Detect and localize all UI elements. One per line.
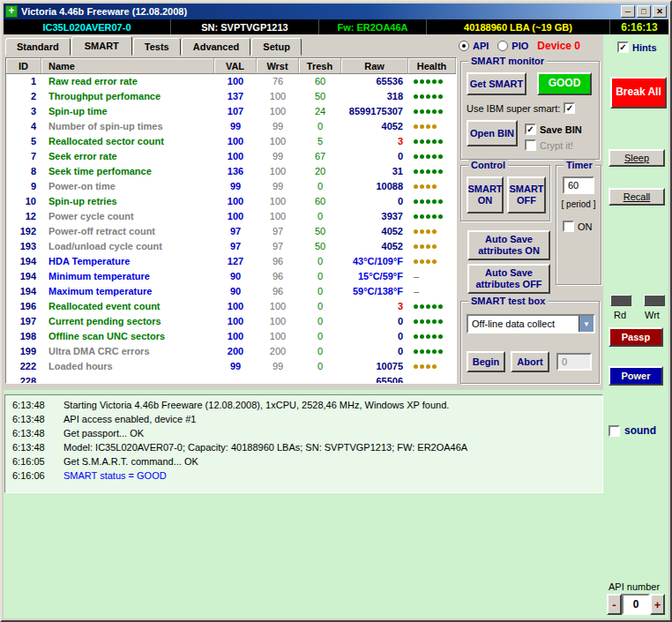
cell-raw: 4052 bbox=[341, 224, 408, 239]
log-area[interactable]: 6:13:48Starting Victoria 4.46b Freeware … bbox=[4, 394, 603, 493]
cell-id: 193 bbox=[6, 239, 41, 254]
passport-button[interactable]: Passp bbox=[609, 327, 663, 347]
health-dot-icon bbox=[420, 199, 424, 204]
table-row[interactable]: 2Throughput perfomance13710050318 bbox=[6, 89, 456, 104]
table-row[interactable]: 192Power-off retract count9797504052 bbox=[6, 224, 456, 239]
column-header-health[interactable]: Health bbox=[408, 58, 456, 73]
cell-val: 100 bbox=[214, 134, 257, 149]
health-dot-icon bbox=[420, 349, 424, 354]
table-row[interactable]: 198Offline scan UNC sectors10010000 bbox=[6, 329, 456, 344]
cell-nm: Offline scan UNC sectors bbox=[41, 329, 214, 344]
column-header-tresh[interactable]: Tresh bbox=[299, 58, 341, 73]
table-row[interactable]: 194HDA Temperature12796043°C/109°F bbox=[6, 254, 456, 269]
log-text: API access enabled, device #1 bbox=[63, 414, 196, 424]
cell-nm: Power cycle count bbox=[41, 209, 214, 224]
tab-standard[interactable]: Standard bbox=[5, 38, 71, 56]
cell-wrst: 99 bbox=[257, 149, 299, 164]
tab-smart[interactable]: SMART bbox=[71, 36, 132, 56]
open-bin-button[interactable]: Open BIN bbox=[467, 120, 518, 146]
column-header-raw[interactable]: Raw bbox=[341, 58, 408, 73]
health-dot-icon bbox=[420, 124, 424, 129]
table-row[interactable]: 194Minimum temperature9096015°C/59°F– bbox=[6, 269, 456, 284]
table-row[interactable]: 12Power cycle count10010003937 bbox=[6, 209, 456, 224]
smart-off-button[interactable]: SMART OFF bbox=[507, 176, 546, 214]
save-bin-checkbox[interactable]: ✓ Save BIN bbox=[525, 124, 582, 135]
cell-nm: HDA Temperature bbox=[41, 254, 214, 269]
read-indicator bbox=[610, 295, 631, 306]
tab-label: Setup bbox=[263, 41, 290, 52]
sound-checkbox[interactable]: sound bbox=[609, 424, 656, 437]
checkbox-checked-icon: ✓ bbox=[617, 41, 629, 53]
cell-health bbox=[408, 89, 456, 104]
column-header-val[interactable]: VAL bbox=[214, 58, 257, 73]
recall-button[interactable]: Recall bbox=[609, 188, 665, 206]
cell-val: 100 bbox=[214, 209, 257, 224]
ibm-super-smart-checkbox[interactable]: Use IBM super smart: ✓ bbox=[467, 102, 575, 114]
pio-radio[interactable]: PIO bbox=[497, 41, 528, 51]
health-dot-icon bbox=[432, 79, 437, 84]
health-dot-icon bbox=[414, 124, 418, 129]
cell-id: 10 bbox=[6, 194, 41, 209]
get-smart-button[interactable]: Get SMART bbox=[467, 72, 526, 95]
column-header-name[interactable]: Name bbox=[41, 58, 214, 73]
table-row[interactable]: 193Load/unload cycle count9797504052 bbox=[6, 239, 456, 254]
table-row[interactable]: 196Reallocated event count10010003 bbox=[6, 299, 456, 314]
cell-health bbox=[408, 359, 456, 374]
log-time: 6:13:48 bbox=[5, 400, 63, 410]
table-row[interactable]: 9Power-on time9999010088 bbox=[6, 179, 456, 194]
smart-test-select[interactable]: Off-line data collect ▼ bbox=[467, 314, 595, 333]
api-number-increase-button[interactable]: + bbox=[650, 594, 665, 615]
tab-advanced[interactable]: Advanced bbox=[182, 38, 251, 56]
abort-button[interactable]: Abort bbox=[511, 351, 549, 372]
table-row[interactable]: 5Reallocated sector count10010053 bbox=[6, 134, 456, 149]
smart-on-button[interactable]: SMART ON bbox=[467, 176, 504, 214]
close-icon[interactable]: ✕ bbox=[653, 5, 667, 18]
health-dot-icon bbox=[414, 259, 418, 264]
table-row[interactable]: 22865506 bbox=[6, 374, 456, 383]
health-dot-icon bbox=[420, 304, 424, 309]
column-header-id[interactable]: ID bbox=[6, 58, 41, 73]
timer-on-checkbox[interactable]: ON bbox=[563, 221, 593, 232]
begin-button[interactable]: Begin bbox=[467, 351, 505, 372]
log-time: 6:13:48 bbox=[5, 428, 63, 438]
chevron-down-icon[interactable]: ▼ bbox=[579, 316, 594, 332]
table-row[interactable]: 197Current pending sectors10010000 bbox=[6, 314, 456, 329]
table-row[interactable]: 7Seek error rate10099670 bbox=[6, 149, 456, 164]
power-button[interactable]: Power bbox=[609, 366, 663, 386]
table-row[interactable]: 222Loaded hours9999010075 bbox=[6, 359, 456, 374]
cell-id: 12 bbox=[6, 209, 41, 224]
tab-setup[interactable]: Setup bbox=[251, 38, 302, 56]
smart-status-button[interactable]: GOOD bbox=[537, 72, 592, 95]
table-row[interactable]: 4Number of spin-up times999904052 bbox=[6, 119, 456, 134]
table-row[interactable]: 3Spin-up time107100248599175307 bbox=[6, 104, 456, 119]
crypt-checkbox[interactable]: Crypt it! bbox=[525, 139, 573, 151]
health-dot-icon bbox=[438, 319, 443, 324]
health-dot-icon bbox=[432, 94, 437, 99]
sleep-button[interactable]: Sleep bbox=[609, 149, 665, 167]
cell-tresh: 0 bbox=[299, 119, 341, 134]
health-dot-icon bbox=[438, 94, 443, 99]
timer-period-input[interactable] bbox=[563, 176, 594, 194]
tab-tests[interactable]: Tests bbox=[133, 38, 181, 56]
table-row[interactable]: 194Maximum temperature9096059°C/138°F– bbox=[6, 284, 456, 299]
api-radio[interactable]: API bbox=[459, 41, 489, 51]
cell-val: 100 bbox=[214, 74, 257, 89]
table-row[interactable]: 10Spin-up retries100100600 bbox=[6, 194, 456, 209]
table-row[interactable]: 199Ultra DMA CRC errors20020000 bbox=[6, 344, 456, 359]
break-all-button[interactable]: Break All bbox=[610, 77, 667, 109]
table-row[interactable]: 1Raw read error rate100766065536 bbox=[6, 74, 456, 89]
hints-checkbox[interactable]: ✓ Hints bbox=[617, 41, 657, 53]
table-row[interactable]: 8Seek time perfomance1361002031 bbox=[6, 164, 456, 179]
api-number-decrease-button[interactable]: - bbox=[607, 594, 622, 615]
window-controls: ─ □ ✕ bbox=[621, 5, 667, 18]
autosave-attributes-off-button[interactable]: Auto Save attributes OFF bbox=[467, 264, 550, 294]
minimize-icon[interactable]: ─ bbox=[621, 5, 635, 18]
cell-val: 97 bbox=[214, 224, 257, 239]
column-header-wrst[interactable]: Wrst bbox=[257, 58, 299, 73]
maximize-icon[interactable]: □ bbox=[637, 5, 651, 18]
cell-id: 196 bbox=[6, 299, 41, 314]
autosave-attributes-on-button[interactable]: Auto Save attributes ON bbox=[467, 230, 550, 260]
control-group: Control SMART ON SMART OFF bbox=[460, 165, 550, 221]
cell-wrst bbox=[257, 374, 299, 383]
health-dot-icon bbox=[432, 229, 437, 234]
